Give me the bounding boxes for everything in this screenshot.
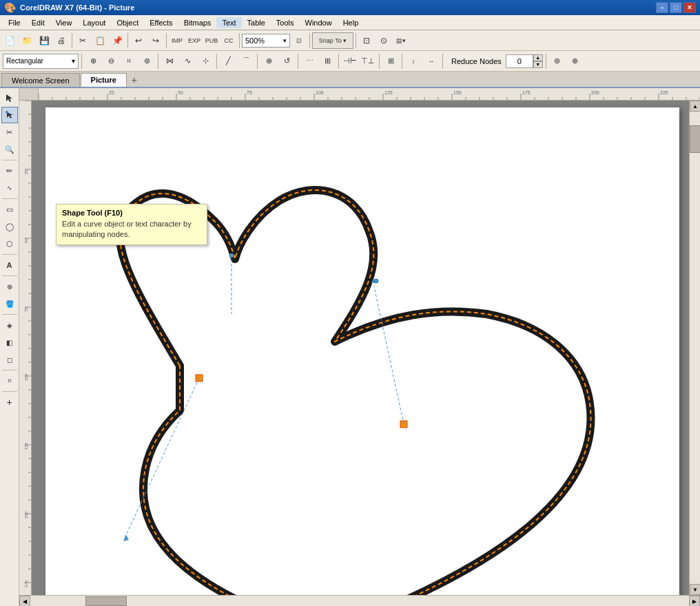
- print-button[interactable]: 🖨: [53, 32, 70, 49]
- undo-button[interactable]: ↩: [130, 32, 147, 49]
- mirror-v-button[interactable]: ⊤⊥: [360, 53, 376, 70]
- publish-button[interactable]: PUB: [203, 32, 220, 49]
- join-node-button[interactable]: ⊛: [138, 53, 155, 70]
- smooth-node-button[interactable]: ∿: [179, 53, 196, 70]
- cusp-node-button[interactable]: ⋈: [161, 53, 178, 70]
- menu-window[interactable]: Window: [300, 17, 338, 28]
- svg-text:125: 125: [384, 90, 393, 95]
- vertical-scrollbar[interactable]: ▲ ▼: [689, 101, 700, 595]
- canvas-wrap[interactable]: Shape Tool (F10) Edit a curve object or …: [32, 101, 689, 595]
- menu-table[interactable]: Table: [242, 17, 271, 28]
- menu-tools[interactable]: Tools: [271, 17, 300, 28]
- vscroll-thumb[interactable]: [690, 125, 700, 153]
- polygon-tool-button[interactable]: ⬡: [1, 236, 18, 252]
- reduce-nodes-down-button[interactable]: ▼: [533, 61, 543, 68]
- corel-connect-button[interactable]: CC: [220, 32, 237, 49]
- tab-welcome[interactable]: Welcome Screen: [1, 73, 80, 87]
- mirror-h-button[interactable]: ⊣⊢: [342, 53, 358, 70]
- select-all-nodes-button[interactable]: ⊞: [319, 53, 336, 70]
- eyedropper-button[interactable]: ⊕: [1, 278, 18, 295]
- top-ruler-svg: 255075100125150175200225: [39, 88, 700, 101]
- hscroll-track[interactable]: [30, 596, 689, 606]
- reverse-curve-button[interactable]: ↺: [278, 53, 295, 70]
- view2-button[interactable]: ⊙: [375, 32, 392, 49]
- menu-effects[interactable]: Effects: [144, 17, 178, 28]
- select-tool-button[interactable]: [1, 90, 18, 106]
- cut-button[interactable]: ✂: [74, 32, 91, 49]
- add-node-button[interactable]: ⊕: [85, 53, 101, 70]
- st-sep5: [298, 54, 298, 69]
- zoom-value: 500%: [245, 36, 283, 45]
- symmetrical-node-button[interactable]: ⊹: [197, 53, 214, 70]
- close-curve-button[interactable]: ⊕: [260, 53, 277, 70]
- copy-button[interactable]: 📋: [92, 32, 108, 49]
- menu-view[interactable]: View: [50, 17, 78, 28]
- shape-tool-icon: [5, 110, 14, 120]
- menu-bitmaps[interactable]: Bitmaps: [178, 17, 217, 28]
- text-tool-button[interactable]: A: [1, 257, 18, 273]
- hscroll-left-button[interactable]: ◀: [19, 596, 30, 606]
- reduce-nodes-input[interactable]: [506, 54, 533, 68]
- save-button[interactable]: 💾: [36, 32, 52, 49]
- redo-button[interactable]: ↪: [147, 32, 164, 49]
- maximize-button[interactable]: □: [670, 2, 682, 13]
- blend-button[interactable]: ◈: [1, 317, 18, 333]
- align-nodes-button[interactable]: ⊞: [382, 53, 399, 70]
- paste-button[interactable]: 📌: [109, 32, 125, 49]
- close-button[interactable]: ✕: [683, 2, 696, 13]
- vscroll-track[interactable]: [690, 112, 700, 584]
- connector-button[interactable]: ⌗: [1, 373, 18, 389]
- zoom-dropdown-icon[interactable]: ▾: [283, 37, 287, 44]
- elastic-mode-button[interactable]: ⋯: [301, 53, 318, 70]
- hscroll-thumb[interactable]: [85, 596, 127, 606]
- view3-button[interactable]: ▤▾: [393, 32, 409, 49]
- vscroll-up-button[interactable]: ▲: [690, 101, 700, 112]
- menu-layout[interactable]: Layout: [77, 17, 111, 28]
- new-button[interactable]: 📄: [1, 32, 18, 49]
- freehand-tool-button[interactable]: ✏: [1, 163, 18, 179]
- tab-picture[interactable]: Picture: [81, 73, 127, 87]
- menu-text[interactable]: Text: [216, 17, 241, 28]
- curve-segment-button[interactable]: ⌒: [238, 53, 254, 70]
- transparency-button[interactable]: ◻: [1, 351, 18, 368]
- shadow-button[interactable]: ◧: [1, 334, 18, 351]
- smart-draw-button[interactable]: ∿: [1, 180, 18, 196]
- snap-button[interactable]: Snap To ▾: [312, 32, 353, 49]
- svg-text:100: 100: [316, 90, 324, 95]
- plus-button[interactable]: +: [1, 394, 18, 410]
- menu-help[interactable]: Help: [338, 17, 364, 28]
- left-ruler-svg: 255075100125150175: [19, 101, 32, 595]
- ellipse-tool-button[interactable]: ◯: [1, 218, 18, 235]
- main-toolbar: 📄 📁 💾 🖨 ✂ 📋 📌 ↩ ↪ IMP EXP PUB CC 500% ▾ …: [0, 30, 700, 51]
- apply-button[interactable]: ⊕: [567, 53, 584, 70]
- import-button[interactable]: IMP: [169, 32, 185, 49]
- menu-edit[interactable]: Edit: [26, 17, 50, 28]
- node-type-dropdown[interactable]: Rectangular ▾: [3, 54, 79, 69]
- remove-node-button[interactable]: ⊖: [103, 53, 119, 70]
- view1-button[interactable]: ⊡: [358, 32, 375, 49]
- stretch-button[interactable]: ↔: [423, 53, 440, 70]
- hscroll-right-button[interactable]: ▶: [689, 596, 700, 606]
- reduce-nodes-up-button[interactable]: ▲: [533, 54, 543, 61]
- reduce-nodes-spinner: ▲ ▼: [506, 54, 543, 68]
- node-ops-button[interactable]: ⊛: [549, 53, 566, 70]
- svg-text:125: 125: [24, 442, 28, 450]
- st-sep4: [257, 54, 258, 69]
- minimize-button[interactable]: –: [656, 2, 668, 13]
- fill-button[interactable]: 🪣: [1, 295, 18, 312]
- shape-tool-button[interactable]: [1, 107, 18, 123]
- menu-file[interactable]: File: [3, 17, 26, 28]
- horizontal-scrollbar[interactable]: ◀ ▶: [19, 595, 700, 606]
- menu-object[interactable]: Object: [111, 17, 144, 28]
- crop-tool-button[interactable]: ✂: [1, 124, 18, 140]
- open-button[interactable]: 📁: [19, 32, 35, 49]
- fit-button[interactable]: ⊡: [291, 32, 307, 49]
- export-button[interactable]: EXP: [186, 32, 203, 49]
- break-node-button[interactable]: ⌗: [121, 53, 137, 70]
- rectangle-tool-button[interactable]: ▭: [1, 201, 18, 218]
- vscroll-down-button[interactable]: ▼: [690, 584, 700, 595]
- zoom-tool-button[interactable]: 🔍: [1, 141, 18, 158]
- line-segment-button[interactable]: ╱: [220, 53, 236, 70]
- tab-add-button[interactable]: +: [127, 73, 141, 87]
- curve-ops-button[interactable]: ↕: [405, 53, 422, 70]
